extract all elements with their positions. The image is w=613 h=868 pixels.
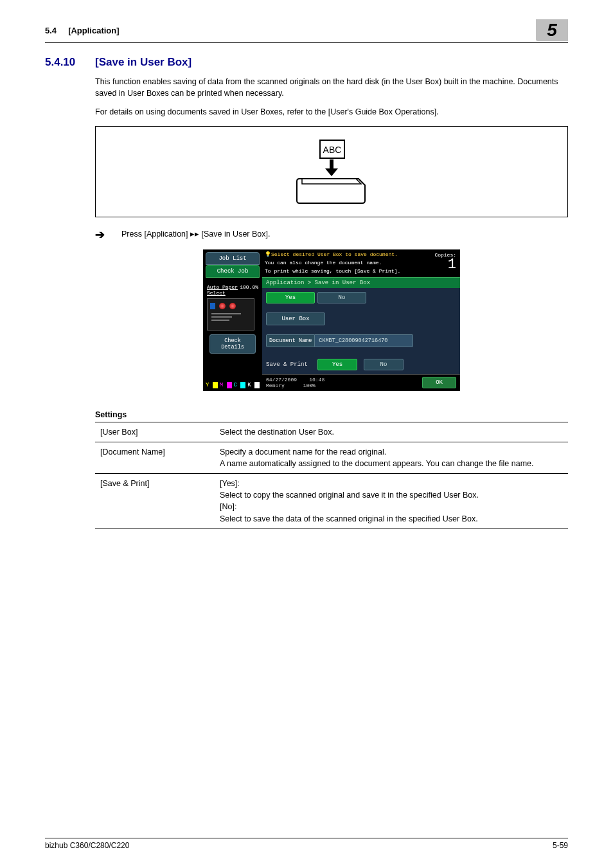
footer-page-number: 5-59 bbox=[553, 841, 568, 850]
check-job-tab[interactable]: Check Job bbox=[206, 265, 260, 278]
scanner-icon: ABC bbox=[287, 136, 377, 207]
page-footer: bizhub C360/C280/C220 5-59 bbox=[45, 838, 568, 850]
setting-desc: [Yes]: Select to copy the scanned origin… bbox=[215, 474, 568, 529]
auto-paper-label: Auto Paper Select bbox=[207, 284, 240, 296]
table-row: [Save & Print] [Yes]: Select to copy the… bbox=[95, 474, 568, 529]
copies-indicator: Copies: 1 bbox=[434, 252, 456, 272]
save-print-label: Save & Print bbox=[266, 361, 311, 368]
arrow-right-icon: ➔ bbox=[95, 229, 105, 240]
header-section-title: [Application] bbox=[68, 26, 119, 35]
toner-levels-icon: Y M C K bbox=[203, 379, 262, 391]
footer-memory-label: Memory bbox=[266, 383, 285, 388]
helper-text-3: To print while saving, touch [Save & Pri… bbox=[262, 268, 460, 276]
light-bulb-icon: 💡 bbox=[265, 251, 271, 257]
setting-label: [Save & Print] bbox=[95, 474, 215, 529]
document-name-button[interactable]: Document Name bbox=[266, 334, 315, 347]
ui-screenshot: Job List Check Job Auto Paper Select 100… bbox=[95, 249, 568, 391]
scanner-figure: ABC bbox=[95, 126, 568, 217]
zoom-value: 100.0% bbox=[240, 284, 258, 296]
setting-label: [User Box] bbox=[95, 422, 215, 442]
check-details-button[interactable]: Check Details bbox=[209, 334, 256, 354]
header-section-number: 5.4 bbox=[45, 26, 57, 35]
section-heading: 5.4.10 [Save in User Box] bbox=[45, 56, 568, 69]
user-box-button[interactable]: User Box bbox=[266, 312, 325, 325]
header-section-ref: 5.4 [Application] bbox=[45, 26, 120, 35]
ok-button[interactable]: OK bbox=[422, 377, 456, 388]
step-text: Press [Application] ▸▸ [Save in User Box… bbox=[121, 229, 270, 239]
helper-text-2: You can also change the document name. bbox=[262, 260, 460, 268]
save-print-no-button[interactable]: No bbox=[364, 359, 404, 370]
setting-desc: Select the destination User Box. bbox=[215, 422, 568, 442]
main-yes-button[interactable]: Yes bbox=[266, 292, 315, 303]
settings-heading: Settings bbox=[95, 410, 568, 419]
section-title: [Save in User Box] bbox=[95, 56, 191, 69]
setting-desc: Specify a document name for the read ori… bbox=[215, 442, 568, 473]
job-list-tab[interactable]: Job List bbox=[206, 252, 260, 265]
chapter-number-badge: 5 bbox=[536, 19, 568, 41]
breadcrumb: Application > Save in User Box bbox=[262, 277, 460, 288]
footer-model: bizhub C360/C280/C220 bbox=[45, 841, 129, 850]
setting-label: [Document Name] bbox=[95, 442, 215, 473]
paragraph-2: For details on using documents saved in … bbox=[95, 107, 568, 118]
table-row: [User Box] Select the destination User B… bbox=[95, 422, 568, 442]
step-row: ➔ Press [Application] ▸▸ [Save in User B… bbox=[95, 229, 568, 240]
table-row: [Document Name] Specify a document name … bbox=[95, 442, 568, 473]
footer-time: 16:48 bbox=[309, 377, 324, 383]
doc-label: ABC bbox=[323, 145, 342, 155]
settings-table: [User Box] Select the destination User B… bbox=[95, 422, 568, 529]
helper-text-1: Select desired User Box to save document… bbox=[271, 251, 398, 257]
document-name-field[interactable]: CKMBT_C28009042716470 bbox=[315, 334, 413, 347]
copies-value: 1 bbox=[434, 258, 456, 272]
paragraph-1: This function enables saving of data fro… bbox=[95, 77, 568, 99]
footer-memory-value: 100% bbox=[303, 383, 315, 388]
status-bar: 04/27/2009 16:48 Memory 100% bbox=[266, 377, 324, 389]
page-header: 5.4 [Application] 5 bbox=[45, 19, 568, 43]
save-print-yes-button[interactable]: Yes bbox=[317, 359, 357, 370]
section-number: 5.4.10 bbox=[45, 56, 82, 69]
footer-date: 04/27/2009 bbox=[266, 377, 297, 383]
preview-thumbnail bbox=[207, 298, 254, 330]
main-no-button[interactable]: No bbox=[317, 292, 366, 303]
